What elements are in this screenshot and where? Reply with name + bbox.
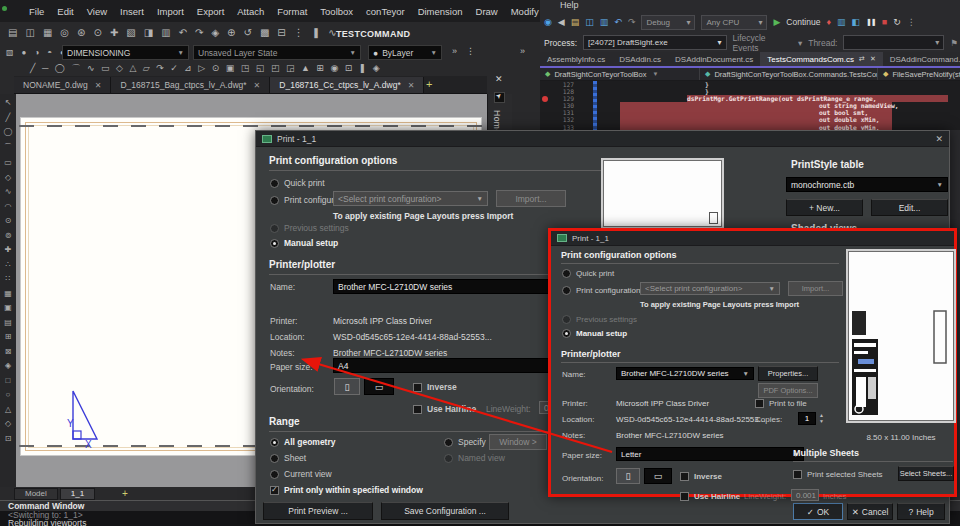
new-printstyle-button[interactable]: + New...	[786, 199, 863, 216]
pin-icon[interactable]	[494, 92, 505, 103]
layer-icon[interactable]: ▧	[6, 49, 14, 57]
draw-tool-icon[interactable]: △	[129, 64, 136, 73]
toolbar-icon[interactable]: ⋮	[294, 28, 304, 38]
quick-print-radio[interactable]: Quick print	[562, 269, 614, 278]
manual-setup-radio[interactable]: Manual setup	[270, 238, 338, 248]
layer-icon[interactable]: ◓	[47, 49, 52, 57]
nav-back-icon[interactable]: ◀	[558, 17, 565, 27]
flag-icon[interactable]: ⚑	[950, 38, 958, 48]
properties-button[interactable]: Properties...	[758, 366, 818, 381]
continue-button[interactable]: Continue	[786, 17, 820, 27]
left-tool-icon[interactable]: ◠	[5, 202, 12, 211]
draw-tool-icon[interactable]: ▲	[301, 64, 310, 73]
pause-icon[interactable]: ❚❚	[866, 18, 876, 26]
toolbar-more-icon[interactable]: »	[452, 46, 457, 56]
left-tool-icon[interactable]: ↖	[5, 98, 12, 107]
toolbar-icon[interactable]: ⊕	[227, 28, 235, 38]
specify-radio[interactable]: Specify	[444, 437, 486, 447]
document-tab[interactable]: D_168715_Bag_ctpcs_lv_A.dwg* ✕	[111, 77, 270, 93]
portrait-button[interactable]: ▯	[334, 378, 360, 395]
print-to-file-checkbox[interactable]: Print to file	[755, 399, 807, 408]
left-tool-icon[interactable]: ╱	[6, 113, 11, 122]
toolbar-icon[interactable]: ▧	[126, 28, 135, 38]
portrait-button[interactable]: ▯	[616, 468, 640, 484]
draw-tool-icon[interactable]: ◱	[256, 64, 265, 73]
open-file-icon[interactable]: ▤	[571, 17, 580, 27]
printer-name-dropdown[interactable]: Brother MFC-L2710DW series▼	[616, 367, 754, 380]
dialog-titlebar[interactable]: Print - 1_1 ✕	[256, 131, 949, 147]
left-tool-icon[interactable]: ⊙	[5, 216, 12, 225]
left-tool-icon[interactable]: ◇	[5, 419, 11, 428]
hot-reload-icon[interactable]: ♦	[826, 17, 831, 27]
save-icon[interactable]: ◫	[585, 17, 594, 27]
menu-item[interactable]: Modify	[511, 6, 539, 17]
toolbar-icon[interactable]: ▦	[43, 28, 52, 38]
vs-document-tab[interactable]: DSAddinDocument.cs	[668, 52, 760, 66]
draw-tool-icon[interactable]: ◇	[116, 64, 123, 73]
draw-tool-icon[interactable]: ◉	[330, 64, 338, 73]
menu-item[interactable]: Import	[157, 6, 184, 17]
nav-method-dropdown[interactable]: ◆ FileSavePreNotify(stri	[878, 68, 960, 80]
menu-item[interactable]: conTeyor	[366, 6, 405, 17]
draw-tool-icon[interactable]: ◳	[241, 64, 250, 73]
printstyle-dropdown[interactable]: monochrome.ctb▼	[786, 177, 948, 192]
copies-stepper[interactable]: 1▲▼	[798, 412, 816, 425]
select-sheets-button[interactable]: Select Sheets...	[898, 466, 954, 481]
close-tab-icon[interactable]: ✕	[408, 81, 415, 90]
help-menu[interactable]: Help	[560, 0, 579, 10]
platform-dropdown[interactable]: Any CPU▾	[701, 15, 767, 30]
pin-tab-icon[interactable]: ⇄	[859, 55, 865, 63]
print-selected-sheets-checkbox[interactable]: Print selected Sheets	[793, 470, 883, 479]
document-tab[interactable]: NONAME_0.dwg ✕	[14, 77, 111, 93]
draw-tool-icon[interactable]: ◯	[55, 64, 65, 73]
code-editor[interactable]: 127 } 128 } 129 dsPrintMgr.GetPrintRange…	[540, 81, 960, 130]
vs-document-tab[interactable]: AssemblyInfo.cs	[540, 52, 612, 66]
toolbar-icon[interactable]: ↺	[244, 28, 252, 38]
lifecycle-events-dropdown[interactable]: Lifecycle Events	[733, 33, 792, 53]
nav-project-dropdown[interactable]: ◆ DraftSightConTeyorToolBox▼	[540, 68, 700, 80]
vs-document-tab[interactable]: TestsCommandsCom.cs⇄✕	[760, 52, 882, 66]
layer-icon[interactable]: ◑	[34, 49, 39, 57]
draw-tool-icon[interactable]: ⊡	[345, 64, 353, 73]
process-dropdown[interactable]: [24072] DraftSight.exe▾	[583, 35, 726, 50]
close-tab-icon[interactable]: ✕	[95, 81, 102, 90]
use-hairline-checkbox[interactable]: Use Hairline	[680, 492, 740, 501]
left-tool-icon[interactable]: ⊚	[5, 231, 12, 240]
sheet-tab[interactable]: Model	[14, 488, 58, 500]
code-line[interactable]: 131 out bool smt,	[540, 109, 960, 116]
feedback-icon[interactable]: ▥	[837, 17, 846, 27]
save-all-icon[interactable]: ▥	[600, 17, 609, 27]
menu-item[interactable]: Draw	[476, 6, 498, 17]
landscape-button[interactable]: ▭	[644, 468, 672, 484]
edit-printstyle-button[interactable]: Edit...	[871, 199, 948, 216]
menu-item[interactable]: Export	[197, 6, 224, 17]
toolbar-icon[interactable]: ▤	[8, 28, 17, 38]
toolbar-icon[interactable]: ⊟	[277, 28, 285, 38]
help-button[interactable]: ?Help	[897, 503, 945, 520]
restart-icon[interactable]: ↻	[893, 17, 901, 27]
close-tab-icon[interactable]: ✕	[870, 55, 876, 63]
left-tool-icon[interactable]: ▭	[4, 158, 12, 167]
sheet-tab[interactable]: 1_1	[60, 488, 95, 500]
undo-icon[interactable]: ↶	[614, 17, 622, 27]
left-tool-icon[interactable]: ▦	[4, 289, 12, 298]
draw-tool-icon[interactable]: ❚	[359, 64, 367, 73]
ok-button[interactable]: ✓OK	[793, 503, 843, 520]
toolbar-icon[interactable]: ↷	[195, 28, 203, 38]
save-configuration-button[interactable]: Save Configuration ...	[381, 502, 509, 520]
menu-item[interactable]: View	[87, 6, 107, 17]
layer-icon[interactable]: ●	[22, 49, 27, 57]
left-tool-icon[interactable]: ✚	[5, 245, 12, 254]
toolbar-icon[interactable]: ▥	[161, 28, 170, 38]
left-tool-icon[interactable]: ○	[6, 390, 11, 399]
left-tool-icon[interactable]: ∷	[5, 274, 10, 283]
use-hairline-checkbox[interactable]: Use Hairline	[413, 404, 476, 414]
vs-document-tab[interactable]: DSAddin.cs	[612, 52, 668, 66]
draw-tool-icon[interactable]: ▭	[101, 64, 110, 73]
inverse-checkbox[interactable]: Inverse	[413, 382, 457, 392]
left-tool-icon[interactable]: ∿	[5, 187, 12, 196]
close-tab-icon[interactable]: ✕	[254, 81, 261, 90]
left-tool-icon[interactable]: ◯	[4, 127, 13, 136]
layer-state-dropdown[interactable]: Unsaved Layer State▼	[193, 45, 361, 60]
draw-tool-icon[interactable]: ▱	[143, 64, 150, 73]
